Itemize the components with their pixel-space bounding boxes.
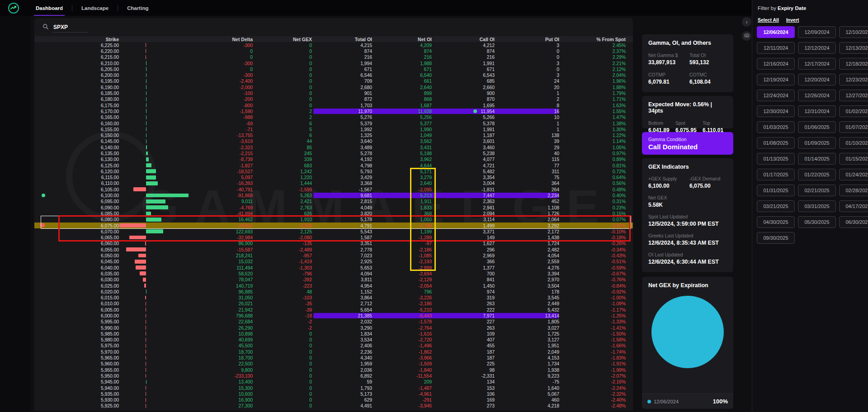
table-row[interactable]: 6,055.00-15,587-2,4892,778-2,1862962,482… [34, 246, 633, 252]
table-row[interactable]: 6,010.0026,021-352,712-2,1862632,449-1.0… [34, 301, 633, 307]
expiry-date-button[interactable]: 03/21/2025 [757, 200, 795, 212]
table-row[interactable]: 6,225.00-30004,2154,2094,21232.45% [34, 42, 633, 48]
table-row[interactable]: 6,005.0021,942-395,654-5,2102225,432-1.1… [34, 307, 633, 313]
expiry-date-button[interactable]: 01/07/2025 [839, 121, 868, 133]
table-row[interactable]: 6,180.00-200087286887021.71% [34, 96, 633, 102]
expiry-date-button[interactable]: 06/30/2025 [839, 216, 868, 228]
expiry-date-button[interactable]: 12/31/2024 [798, 105, 836, 117]
table-row[interactable]: 6,030.0078,047-3923,811-2,1298412,970-0.… [34, 277, 633, 283]
expiry-date-button[interactable]: 12/13/2024 [839, 42, 868, 54]
expiry-date-button[interactable]: 01/17/2025 [757, 169, 795, 180]
table-row[interactable]: 6,065.00-32,984-2,0801,587-1,2891491,438… [34, 235, 633, 241]
expiry-date-button[interactable]: 01/03/2025 [757, 121, 795, 133]
expiry-date-button[interactable]: 01/13/2025 [757, 153, 795, 165]
table-row[interactable]: 6,125.00-1,8276834,7984,6444,721770.81% [34, 162, 633, 168]
table-row[interactable]: 6,135.00-2,2152455,2785,1985,238400.97% [34, 150, 633, 156]
table-row[interactable]: 5,965.0018,70004,340-3,9661874,153-1.83% [34, 355, 633, 360]
expiry-date-button[interactable]: 01/22/2025 [798, 169, 836, 180]
table-row[interactable]: 5,975.0045,50002,406-1,4964551,951-1.66% [34, 343, 633, 349]
screenshot-camera-button[interactable] [742, 31, 751, 41]
table-row[interactable]: 5,995.0022,684-22,032-1,5782271,805-1.33… [34, 319, 633, 325]
table-row[interactable]: 6,115.005,0971,2203,4293,2793,354750.64% [34, 175, 633, 180]
tab-charting[interactable]: Charting [124, 0, 151, 16]
table-row[interactable]: 6,085.00-41,8946263,8203682,0941,7260.15… [34, 210, 633, 216]
table-row[interactable]: 6,145.00-3,619443,6403,5623,601391.14% [34, 138, 633, 144]
expiry-date-button[interactable]: 12/20/2024 [798, 74, 836, 85]
table-row[interactable]: 6,205.000067167167102.12% [34, 66, 633, 72]
expiry-date-button[interactable]: 12/26/2024 [798, 90, 836, 101]
expiry-date-button[interactable]: 01/02/2025 [839, 105, 868, 117]
table-row[interactable]: 6,210.00-30001,9941,9881,99132.21% [34, 60, 633, 66]
column-header-total-oi[interactable]: Total OI [355, 36, 372, 42]
expiry-date-button[interactable]: 12/09/2024 [798, 26, 836, 38]
table-row[interactable]: 5,925.0027,30004,491-3,9452734,218-2.48% [34, 403, 633, 409]
expiry-date-button[interactable]: 12/23/2024 [839, 74, 868, 85]
table-row[interactable]: 6,070.00122,6932,1255,5431,1993,3712,172… [34, 228, 633, 234]
table-row[interactable]: 6,060.0086,900-1353,351-971,6271,724-0.2… [34, 241, 633, 246]
column-header-call-oi[interactable]: Call OI [480, 36, 495, 42]
expiry-date-button[interactable]: 01/31/2025 [757, 185, 795, 196]
expiry-date-button[interactable]: 01/15/2025 [839, 153, 868, 165]
expiry-date-button[interactable]: 12/27/2024 [839, 90, 868, 101]
expiry-date-button[interactable]: 12/30/2024 [757, 105, 795, 117]
table-row[interactable]: 5,945.0013,400059209134-75-2.16% [34, 379, 633, 385]
table-row[interactable]: 5,940.0015,30001,793-1,4871531,640-2.24% [34, 385, 633, 391]
search-input[interactable] [52, 23, 88, 33]
expiry-date-button[interactable]: 05/30/2025 [798, 216, 836, 228]
table-row[interactable]: 5,935.0010,60005,173-4,9611065,067-2.32% [34, 391, 633, 397]
table-row[interactable]: 6,215.000021621621602.29% [34, 54, 633, 60]
expiry-date-button[interactable]: 01/08/2025 [757, 137, 795, 149]
table-row[interactable]: 6,130.00-8,7393394,1923,9624,0771150.89% [34, 156, 633, 162]
column-header-strike[interactable]: Strike [106, 36, 119, 42]
expiry-date-button[interactable]: 12/17/2024 [798, 58, 836, 70]
expiry-date-button[interactable]: 02/28/2025 [839, 185, 868, 196]
table-row[interactable]: 6,140.00-2,323853,4893,4313,460291.05% [34, 144, 633, 150]
column-header-net-oi[interactable]: Net OI [418, 36, 432, 42]
table-row[interactable]: 5,970.0018,70002,236-1,8621872,049-1.74% [34, 349, 633, 355]
expiry-date-button[interactable]: 12/16/2024 [757, 58, 795, 70]
table-row[interactable]: 5,950.00-233,10006,892-11,554-2,3319,223… [34, 373, 633, 379]
table-row[interactable]: 6,120.00-18,5271,2425,7935,1715,4823110.… [34, 168, 633, 174]
table-row[interactable]: 6,220.000087487487402.37% [34, 48, 633, 54]
table-row[interactable]: 6,175.00-80001,7031,6871,69581.63% [34, 102, 633, 108]
table-row[interactable]: 5,980.0040,69903,534-2,7204073,127-1.58% [34, 337, 633, 343]
table-row[interactable]: 6,015.0031,050-1033,864-3,2263193,545-1.… [34, 294, 633, 300]
table-row[interactable]: 5,955.009,80002,036-1,840981,938-1.99% [34, 367, 633, 373]
table-row[interactable]: 6,050.00218,241-9577,023-1,0852,9694,054… [34, 252, 633, 258]
column-header-net-gex[interactable]: Net GEX [293, 36, 312, 42]
expiry-date-button[interactable]: 01/06/2025 [798, 121, 836, 133]
table-row[interactable]: 6,200.00-30006,5466,5406,54332.04% [34, 72, 633, 78]
table-row[interactable]: 6,090.00-4,7692,7634,0491,8332,9411,1080… [34, 204, 633, 210]
table-row[interactable]: 6,100.00-91,8685,2639,6815,2137,4472,234… [34, 192, 633, 198]
table-row[interactable]: 6,195.00-2,4000709661685241.96% [34, 78, 633, 84]
expiry-date-button[interactable]: 03/31/2025 [798, 200, 836, 212]
table-row[interactable]: 6,040.00111,494-1,3035,653-2,8991,3774,2… [34, 265, 633, 270]
invert-link[interactable]: Invert [786, 17, 799, 23]
expiry-date-button[interactable]: 04/30/2025 [757, 216, 795, 228]
table-row[interactable]: 6,025.00140,719-2234,954-2,0541,4503,504… [34, 283, 633, 289]
table-row[interactable]: 5,930.0016,9000629-291169460-2.40% [34, 397, 633, 403]
table-row[interactable]: 6,185.00-100090189990011.79% [34, 90, 633, 96]
table-row[interactable]: 6,000.00796,688-1821,385-5,4437,97113,41… [34, 313, 633, 318]
table-row[interactable]: 6,020.0096,885481,152796974178-0.92% [34, 289, 633, 294]
expiry-date-button[interactable]: 09/30/2025 [757, 232, 795, 244]
column-header-put-oi[interactable]: Put OI [545, 36, 559, 42]
expiry-date-button[interactable]: 12/24/2024 [757, 90, 795, 101]
table-row[interactable]: 6,110.00-16,3931,4443,3682,6403,0043640.… [34, 180, 633, 186]
expiry-date-button[interactable]: 04/17/2025 [839, 200, 868, 212]
table-row[interactable]: 6,160.00-6965,3795,3775,37811.38% [34, 120, 633, 126]
table-row[interactable]: 6,045.0015,032-1,4192,925-2,1933662,559-… [34, 259, 633, 265]
expiry-date-button[interactable]: 12/06/2024 [757, 26, 795, 38]
expiry-date-button[interactable]: 02/21/2025 [798, 185, 836, 196]
table-row[interactable]: 6,190.00-2,00002,6802,6402,660201.88% [34, 84, 633, 90]
expiry-date-button[interactable]: 12/19/2024 [757, 74, 795, 85]
column-header--from-spot[interactable]: % From Spot [596, 36, 626, 42]
table-row[interactable]: 5,990.0026,290-23,290-2,7642633,027-1.41… [34, 325, 633, 331]
expiry-date-button[interactable]: 01/24/2025 [839, 169, 868, 180]
tab-dashboard[interactable]: Dashboard [33, 0, 66, 16]
table-row[interactable]: 6,080.0016,4621,9105,1781,0503,1142,0640… [34, 217, 633, 223]
table-row[interactable]: 6,155.00-7151,9921,9901,99111.30% [34, 126, 633, 132]
collapse-panel-button[interactable]: › [742, 17, 751, 27]
expiry-date-button[interactable]: 01/10/2025 [839, 137, 868, 149]
table-row[interactable]: 6,075.00-78,942-3,3064,791-1,7931,4993,2… [34, 223, 633, 228]
